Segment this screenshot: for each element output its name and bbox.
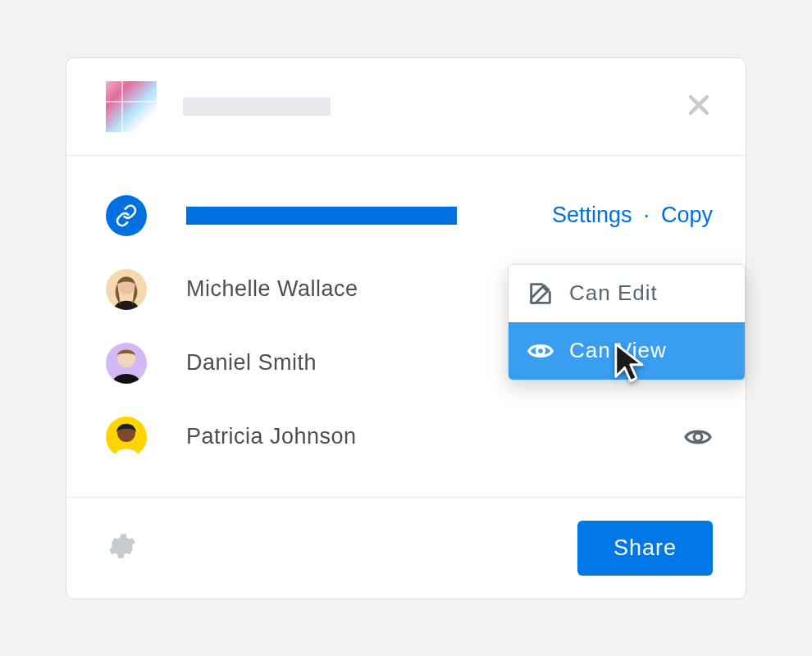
- edit-icon: [527, 280, 554, 308]
- gear-icon: [106, 530, 139, 563]
- dialog-header: [66, 58, 746, 156]
- share-link-row: Settings · Copy: [106, 179, 713, 253]
- share-dialog: Settings · Copy Michelle Wallace: [66, 57, 746, 599]
- avatar: [106, 417, 147, 458]
- eye-icon: [683, 422, 713, 452]
- person-name: Michelle Wallace: [186, 276, 358, 302]
- share-button[interactable]: Share: [577, 521, 713, 576]
- cursor-icon: [611, 341, 647, 389]
- permission-option-label: Can Edit: [569, 280, 658, 306]
- link-actions: Settings · Copy: [552, 203, 713, 228]
- close-icon: [685, 91, 713, 119]
- dialog-footer: Share: [66, 498, 746, 599]
- person-name: Patricia Johnson: [186, 424, 357, 449]
- person-name: Daniel Smith: [186, 350, 317, 376]
- svg-point-7: [536, 347, 544, 354]
- svg-point-6: [694, 433, 702, 441]
- link-url-placeholder: [186, 207, 457, 225]
- link-icon: [106, 195, 147, 236]
- avatar: [106, 343, 147, 384]
- dialog-body: Settings · Copy Michelle Wallace: [66, 156, 746, 498]
- separator-dot: ·: [643, 203, 650, 228]
- file-thumbnail: [106, 81, 157, 132]
- eye-icon: [527, 337, 554, 365]
- avatar: [106, 269, 147, 310]
- person-row: Patricia Johnson: [106, 400, 713, 474]
- file-title-placeholder: [183, 98, 331, 116]
- link-settings[interactable]: Settings: [552, 203, 632, 228]
- link-copy[interactable]: Copy: [661, 203, 713, 228]
- settings-button[interactable]: [106, 530, 139, 566]
- permission-indicator[interactable]: [683, 422, 713, 452]
- permission-option-edit[interactable]: Can Edit: [509, 265, 745, 322]
- close-button[interactable]: [685, 91, 713, 122]
